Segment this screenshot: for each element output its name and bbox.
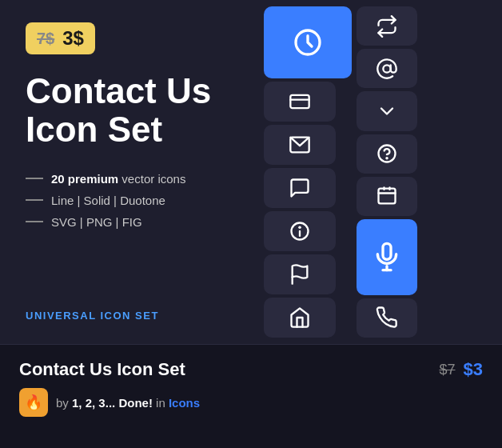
email-icon-cell: [264, 125, 336, 165]
feature-text-2: Line | Solid | Duotone: [51, 194, 165, 207]
chat-icon: [289, 177, 311, 199]
svg-rect-11: [379, 189, 396, 204]
help-icon-cell: [357, 134, 417, 174]
feature-dash-1: [26, 178, 43, 179]
phone-icon: [376, 306, 398, 329]
info-icon-cell: [264, 211, 336, 251]
card-icon-cell: [264, 82, 336, 122]
bottom-pricing: $7 $3: [439, 359, 483, 380]
icon-column-2: [353, 0, 419, 344]
feature-text-3: SVG | PNG | FIG: [51, 215, 142, 229]
flag-icon: [289, 263, 311, 286]
svg-rect-15: [383, 244, 391, 260]
card-left-content: 7$ 3$ Contact Us Icon Set 20 premium vec…: [0, 0, 272, 344]
feature-text-1: 20 premium vector icons: [51, 172, 185, 186]
icon-grid-area: [262, 0, 502, 344]
flag-icon-cell: [264, 254, 336, 294]
transfer-icon: [376, 15, 398, 38]
feature-item-3: SVG | PNG | FIG: [26, 215, 246, 229]
chevron-down-icon-cell: [357, 91, 417, 130]
bottom-sub-row: 🔥 by 1, 2, 3... Done! in Icons: [0, 388, 502, 417]
bottom-title: Contact Us Icon Set: [19, 359, 185, 380]
old-price: 7$: [37, 30, 54, 48]
svg-point-8: [383, 65, 390, 72]
bottom-bar: Contact Us Icon Set $7 $3 🔥 by 1, 2, 3..…: [0, 345, 502, 448]
new-price: 3$: [62, 27, 84, 50]
phone-icon-cell: [357, 298, 417, 338]
mic-icon-cell: [357, 219, 417, 295]
calendar-icon: [376, 185, 398, 207]
bottom-old-price: $7: [439, 362, 455, 378]
svg-rect-1: [290, 95, 309, 108]
mic-icon: [371, 241, 403, 273]
card-title: Contact Us Icon Set: [26, 72, 246, 150]
transfer-icon-cell: [357, 6, 417, 46]
bottom-new-price: $3: [464, 359, 483, 380]
home-icon-cell: [264, 298, 336, 338]
feature-list: 20 premium vector icons Line | Solid | D…: [26, 172, 246, 229]
feature-item-2: Line | Solid | Duotone: [26, 194, 246, 207]
feature-dash-3: [26, 221, 43, 222]
bottom-top-row: Contact Us Icon Set $7 $3: [0, 345, 502, 388]
brand-label: UNIVERSAL ICON SET: [26, 310, 246, 322]
feature-item-1: 20 premium vector icons: [26, 172, 246, 186]
home-icon: [289, 306, 311, 329]
at-icon: [376, 58, 398, 80]
avatar-emoji: 🔥: [25, 394, 42, 411]
author-text: by 1, 2, 3... Done! in Icons: [56, 396, 200, 410]
email-icon: [289, 134, 311, 156]
help-icon: [376, 142, 398, 165]
icon-column-1: [262, 0, 353, 344]
price-badge: 7$ 3$: [26, 22, 95, 54]
preview-card: 7$ 3$ Contact Us Icon Set 20 premium vec…: [0, 0, 502, 344]
at-icon-cell: [357, 49, 417, 88]
feature-dash-2: [26, 199, 43, 201]
info-icon: [289, 220, 311, 242]
calendar-icon-cell: [357, 177, 417, 216]
author-avatar: 🔥: [19, 388, 48, 417]
clock-icon: [292, 26, 324, 58]
chat-icon-cell: [264, 168, 336, 208]
clock-icon-cell: [264, 6, 352, 78]
credit-card-icon: [289, 90, 311, 113]
chevron-down-icon: [376, 100, 398, 122]
